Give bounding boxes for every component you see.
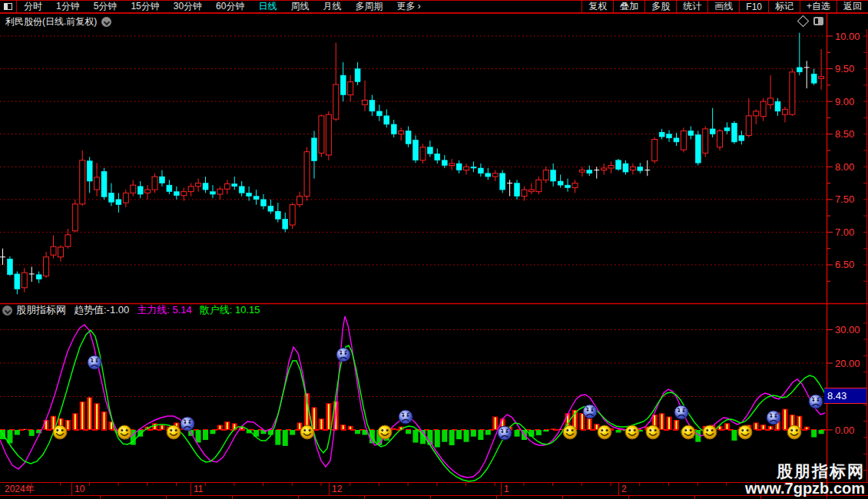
- watermark-url: www.7gpzb.com: [745, 480, 865, 497]
- signal-emojis: [53, 348, 823, 440]
- sad-sell-icon: [336, 348, 350, 362]
- indicator-header: 股朋指标网趋势值:-1.00主力线: 5.14散户线: 10.15: [0, 304, 268, 316]
- current-value: 8.43: [827, 390, 846, 402]
- price-axis-label: 10.00: [835, 31, 860, 41]
- price-axis-label: 6.50: [835, 259, 854, 269]
- sad-sell-icon: [498, 426, 512, 440]
- indicator-header-item-3: 散户线: 10.15: [200, 303, 260, 317]
- sad-sell-icon: [88, 355, 101, 369]
- trading-app-window: 分时1分钟5分钟15分钟30分钟60分钟日线周线月线多周期更多 › 复权叠加多股…: [0, 0, 868, 499]
- smiley-buy-icon: [625, 425, 639, 439]
- smiley-buy-icon: [646, 425, 660, 439]
- indicator-header-item-1: 趋势值:-1.00: [74, 303, 129, 317]
- price-axis-label: 8.00: [835, 162, 854, 172]
- indicator-header-item-0: 股朋指标网: [16, 303, 66, 317]
- indicator-axis-label: 0.00: [835, 425, 854, 435]
- smiley-buy-icon: [787, 425, 801, 439]
- sad-sell-icon: [674, 405, 688, 419]
- sad-sell-icon: [583, 405, 597, 418]
- watermark: 股朋指标网 www.7gpzb.com: [745, 462, 865, 497]
- candlestick-series: [0, 33, 824, 295]
- date-axis-label-1: 10: [75, 484, 84, 494]
- price-axis-label: 9.00: [835, 97, 854, 107]
- smiley-buy-icon: [703, 425, 717, 439]
- sad-sell-icon: [809, 395, 823, 408]
- indicator-gridlines: [0, 330, 827, 431]
- indicator-lines: [0, 316, 827, 481]
- price-axis-label: 7.50: [835, 194, 854, 204]
- indicator-current-value-box: 8.43: [824, 388, 866, 404]
- smiley-buy-icon: [53, 425, 67, 439]
- smiley-buy-icon: [118, 425, 131, 439]
- axis-ticks: [31, 36, 866, 486]
- watermark-brand: 股朋指标网: [745, 462, 865, 480]
- date-axis-label-4: 1: [504, 484, 509, 494]
- price-axis-label: 7.00: [835, 227, 854, 237]
- sad-sell-icon: [181, 417, 194, 431]
- smiley-buy-icon: [378, 425, 392, 439]
- date-axis-label-3: 12: [332, 484, 342, 494]
- price-axis-label: 9.50: [835, 64, 854, 74]
- price-axis-label: 8.50: [835, 129, 854, 139]
- smiley-buy-icon: [738, 425, 752, 439]
- retail-line: [0, 330, 827, 481]
- chart-canvas: [0, 0, 868, 499]
- smiley-buy-icon: [167, 425, 181, 439]
- indicator-axis-label: 20.00: [835, 359, 860, 368]
- sad-sell-icon: [767, 411, 780, 425]
- date-axis-label-5: 2: [621, 484, 627, 494]
- smiley-buy-icon: [300, 425, 314, 439]
- date-axis-label-2: 11: [194, 484, 203, 494]
- smiley-buy-icon: [563, 425, 577, 439]
- indicator-axis-label: 30.00: [835, 325, 860, 335]
- indicator-collapse-icon[interactable]: [2, 306, 12, 316]
- smiley-buy-icon: [681, 425, 695, 439]
- indicator-header-item-2: 主力线: 5.14: [137, 303, 192, 317]
- smiley-buy-icon: [598, 425, 611, 439]
- sad-sell-icon: [399, 410, 412, 424]
- date-axis-label-0: 2024年: [5, 484, 35, 494]
